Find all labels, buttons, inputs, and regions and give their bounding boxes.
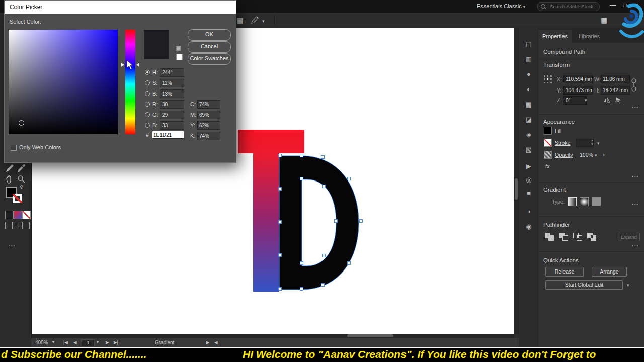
dialog-title-bar[interactable]: Color Picker	[5, 1, 236, 14]
flip-vertical-icon[interactable]	[615, 96, 623, 105]
y-field[interactable]: 104.473 mm	[564, 86, 593, 95]
anchor-point[interactable]	[300, 287, 303, 291]
opacity-label[interactable]: Opacity	[555, 152, 573, 158]
history-panel-icon[interactable]: ◉	[519, 223, 538, 230]
swap-fill-stroke-icon[interactable]: ⇄	[18, 183, 25, 190]
h-field[interactable]: 244°	[160, 68, 184, 77]
letter-t-top[interactable]	[238, 130, 304, 153]
x-field[interactable]: 110.594 mm	[564, 75, 593, 83]
horizontal-scrollbar[interactable]	[31, 334, 514, 338]
anchor-point[interactable]	[278, 187, 282, 191]
tab-libraries[interactable]: Libraries	[579, 30, 600, 43]
b2-field[interactable]: 33	[160, 121, 184, 130]
stroke-weight-down-icon[interactable]: ▾	[591, 142, 593, 146]
comments-panel-icon[interactable]: ▶	[519, 162, 538, 170]
release-button[interactable]: Release	[545, 267, 584, 277]
rotate-field[interactable]: 0°	[564, 96, 587, 105]
gradient-panel-icon[interactable]: ◑	[519, 208, 538, 215]
intersect-button[interactable]	[573, 233, 584, 241]
color-field-marker[interactable]	[19, 120, 24, 126]
previous-artboard-button[interactable]: ◀	[73, 340, 77, 345]
stroke-color-swatch[interactable]	[13, 194, 22, 203]
artboard-chevron-icon[interactable]: ▾	[97, 340, 99, 344]
h-field[interactable]: 18.242 mm	[601, 86, 630, 95]
reference-point-locator[interactable]	[543, 74, 553, 84]
constrain-proportions-icon[interactable]	[631, 76, 637, 96]
tab-properties[interactable]: Properties	[538, 30, 572, 43]
last-artboard-button[interactable]: ▶|	[114, 340, 118, 345]
next-artboard-button[interactable]: ▶	[106, 340, 109, 345]
none-mode-button[interactable]	[22, 211, 31, 219]
b-field[interactable]: 13%	[160, 89, 184, 98]
anchor-point[interactable]	[278, 220, 282, 224]
color-swatches-button[interactable]: Color Swatches	[188, 53, 231, 65]
vertical-scroll-thumb[interactable]	[515, 178, 518, 200]
stroke-chevron-icon[interactable]: ▾	[597, 141, 600, 146]
transform-more-button[interactable]: ···	[632, 104, 639, 110]
radial-gradient-button[interactable]	[580, 197, 589, 206]
status-back-icon[interactable]: ◀	[214, 340, 218, 345]
anchor-point[interactable]	[359, 219, 363, 223]
chevron-down-icon[interactable]: ▾	[262, 19, 265, 24]
g-field[interactable]: 29	[160, 111, 184, 119]
more-tools-button[interactable]: ···	[9, 243, 16, 249]
stroke-weight-up-icon[interactable]: ▴	[591, 138, 593, 142]
app-grid-icon[interactable]: ▦	[601, 16, 607, 24]
rotate-chevron-icon[interactable]: ▾	[585, 98, 587, 103]
draw-normal-button[interactable]	[5, 222, 13, 229]
letter-t-stem[interactable]	[253, 153, 279, 292]
b2-radio[interactable]	[145, 123, 150, 128]
anchor-point[interactable]	[300, 261, 303, 265]
horizontal-scroll-thumb[interactable]	[347, 334, 393, 337]
anchor-point[interactable]	[321, 283, 325, 287]
color-guide-panel-icon[interactable]: ◐	[519, 85, 538, 93]
effects-button[interactable]: fx.	[545, 163, 551, 169]
layers-panel-icon[interactable]: ▧	[519, 146, 538, 153]
gradient-more-button[interactable]: ···	[632, 201, 639, 207]
swatches-panel-icon[interactable]: ▦	[519, 101, 538, 108]
opacity-swatch[interactable]	[544, 151, 552, 159]
appearance-more-button[interactable]: ···	[632, 173, 639, 179]
anchor-point[interactable]	[347, 261, 351, 265]
brushes-panel-icon[interactable]: ◪	[519, 116, 538, 123]
minus-front-button[interactable]	[559, 233, 570, 241]
zoom-level[interactable]: 400%	[35, 340, 48, 345]
exclude-button[interactable]	[587, 233, 598, 241]
anchor-point[interactable]	[278, 154, 282, 157]
letter-d-shape[interactable]	[277, 154, 361, 293]
cancel-button[interactable]: Cancel	[188, 41, 231, 53]
zoom-tool[interactable]	[17, 174, 26, 184]
vertical-scrollbar[interactable]	[514, 28, 519, 334]
white-swatch[interactable]	[176, 54, 183, 60]
anchor-point[interactable]	[300, 154, 303, 157]
expand-button[interactable]: Expand	[618, 233, 640, 241]
hue-slider-right-arrow[interactable]	[136, 63, 139, 67]
flip-horizontal-icon[interactable]	[603, 96, 611, 105]
s-radio[interactable]	[145, 80, 150, 85]
hue-slider[interactable]	[125, 30, 135, 134]
search-input[interactable]	[549, 3, 598, 10]
start-global-edit-button[interactable]: Start Global Edit	[545, 280, 623, 290]
anchor-point[interactable]	[278, 253, 282, 257]
only-web-colors-checkbox[interactable]	[11, 145, 17, 151]
fill-swatch[interactable]	[544, 127, 552, 135]
anchor-point[interactable]	[347, 177, 351, 180]
corner-widget-icon[interactable]: ▦	[236, 16, 243, 24]
arrange-button[interactable]: Arrange	[592, 267, 627, 277]
artboard-number-field[interactable]: 1	[82, 339, 95, 346]
anchor-point[interactable]	[300, 177, 303, 180]
anchor-point[interactable]	[322, 254, 326, 257]
anchor-point[interactable]	[321, 155, 325, 159]
w-field[interactable]: 11.06 mm	[601, 75, 630, 83]
gradient-mode-button[interactable]	[14, 211, 22, 219]
linear-gradient-button[interactable]	[568, 197, 577, 206]
libraries-panel-icon[interactable]: ▥	[519, 55, 538, 63]
stock-search[interactable]	[537, 2, 600, 11]
links-panel-icon[interactable]: ◎	[519, 176, 538, 184]
hex-input[interactable]	[152, 131, 184, 139]
workspace-switcher[interactable]: Essentials Classic ▾	[477, 3, 525, 9]
pen-options-icon[interactable]	[251, 16, 259, 26]
align-panel-icon[interactable]: ≡	[519, 190, 538, 197]
paintbrush-tool[interactable]	[5, 164, 14, 173]
saturation-brightness-field[interactable]	[9, 30, 118, 134]
